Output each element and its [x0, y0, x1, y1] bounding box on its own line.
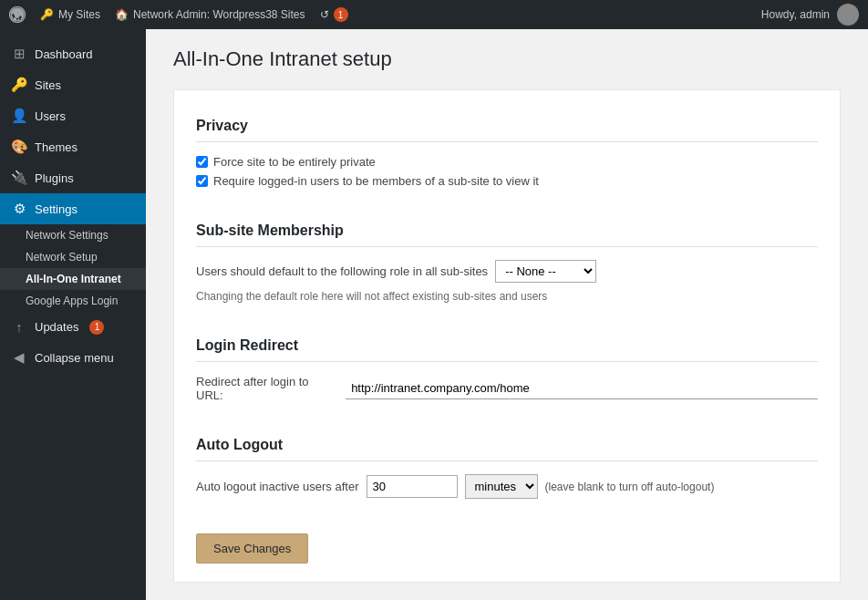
auto-logout-section: Auto Logout Auto logout inactive users a… — [196, 428, 818, 499]
privacy-checkbox-1-row[interactable]: Force site to be entirely private — [196, 155, 818, 169]
sidebar-item-themes[interactable]: 🎨 Themes — [0, 131, 146, 162]
sidebar-collapse-menu[interactable]: ◀ Collapse menu — [0, 342, 146, 373]
auto-logout-title: Auto Logout — [196, 428, 818, 461]
my-sites-menu[interactable]: 🔑 My Sites — [40, 8, 100, 21]
sidebar-item-updates[interactable]: ↑ Updates 1 — [0, 312, 146, 342]
sidebar-sub-network-setup[interactable]: Network Setup — [0, 246, 146, 268]
save-changes-button[interactable]: Save Changes — [196, 533, 308, 564]
network-admin-label: Network Admin: Wordpress38 Sites — [133, 8, 305, 21]
sites-icon: 🔑 — [11, 77, 27, 93]
privacy-checkbox-2-row[interactable]: Require logged-in users to be members of… — [196, 174, 818, 188]
sidebar-item-label: Collapse menu — [35, 351, 114, 365]
collapse-icon: ◀ — [11, 349, 27, 366]
subsite-role-label: Users should default to the following ro… — [196, 264, 488, 278]
settings-icon: ⚙ — [11, 201, 27, 217]
sidebar-item-users[interactable]: 👤 Users — [0, 100, 146, 131]
network-admin-icon: 🏠 — [115, 8, 129, 21]
sidebar-item-label: Users — [35, 109, 66, 123]
subsite-role-row: Users should default to the following ro… — [196, 260, 818, 283]
network-admin-link[interactable]: 🏠 Network Admin: Wordpress38 Sites — [115, 8, 305, 21]
sidebar-item-plugins[interactable]: 🔌 Plugins — [0, 162, 146, 193]
sidebar-sub-google-apps[interactable]: Google Apps Login — [0, 290, 146, 312]
privacy-checkbox-1[interactable] — [196, 156, 208, 168]
subsite-title: Sub-site Membership — [196, 213, 818, 247]
privacy-title: Privacy — [196, 109, 818, 142]
content-box: Privacy Force site to be entirely privat… — [173, 89, 841, 583]
sidebar-item-label: Sites — [35, 78, 61, 92]
main-content: All-In-One Intranet setup Privacy Force … — [146, 29, 868, 600]
plugins-icon: 🔌 — [11, 170, 27, 186]
auto-logout-note: (leave blank to turn off auto-logout) — [545, 481, 715, 493]
themes-icon: 🎨 — [11, 139, 27, 155]
sidebar: ⊞ Dashboard 🔑 Sites 👤 Users 🎨 Themes 🔌 P… — [0, 29, 146, 600]
auto-logout-minutes-input[interactable] — [367, 475, 458, 498]
updates-icon: ↺ — [320, 8, 329, 21]
sidebar-sub-all-in-one[interactable]: All-In-One Intranet — [0, 268, 146, 290]
settings-submenu: Network Settings Network Setup All-In-On… — [0, 224, 146, 312]
avatar[interactable] — [837, 4, 859, 26]
privacy-checkbox-1-label: Force site to be entirely private — [213, 155, 376, 169]
top-bar: 🔑 My Sites 🏠 Network Admin: Wordpress38 … — [0, 0, 868, 29]
privacy-section: Privacy Force site to be entirely privat… — [196, 109, 818, 188]
howdy-text: Howdy, admin — [761, 8, 830, 21]
sidebar-item-label: Dashboard — [35, 47, 93, 61]
updates-sidebar-badge: 1 — [89, 320, 104, 335]
updates-sidebar-icon: ↑ — [11, 319, 27, 335]
users-icon: 👤 — [11, 108, 27, 124]
login-redirect-row: Redirect after login to URL: — [196, 375, 818, 402]
top-bar-right: Howdy, admin — [761, 4, 859, 26]
auto-logout-unit-select[interactable]: minutes hours — [465, 474, 538, 499]
auto-logout-label-before: Auto logout inactive users after — [196, 480, 359, 493]
sidebar-item-label: Themes — [35, 140, 78, 154]
login-redirect-section: Login Redirect Redirect after login to U… — [196, 328, 818, 402]
subsite-role-select[interactable]: -- None -- Subscriber Editor Author Admi… — [495, 260, 596, 283]
my-sites-icon: 🔑 — [40, 8, 54, 21]
sidebar-sub-network-settings[interactable]: Network Settings — [0, 224, 146, 246]
dashboard-icon: ⊞ — [11, 46, 27, 62]
my-sites-label: My Sites — [58, 8, 100, 21]
sidebar-item-dashboard[interactable]: ⊞ Dashboard — [0, 38, 146, 69]
updates-count: 1 — [334, 7, 348, 22]
privacy-checkbox-2[interactable] — [196, 175, 208, 187]
auto-logout-row: Auto logout inactive users after minutes… — [196, 474, 818, 499]
sidebar-item-sites[interactable]: 🔑 Sites — [0, 69, 146, 100]
subsite-section: Sub-site Membership Users should default… — [196, 213, 818, 303]
updates-link[interactable]: ↺ 1 — [320, 7, 348, 22]
login-redirect-title: Login Redirect — [196, 328, 818, 362]
sidebar-item-label: Plugins — [35, 171, 74, 185]
login-redirect-url-input[interactable] — [346, 378, 818, 399]
wp-logo[interactable] — [9, 6, 26, 23]
page-title: All-In-One Intranet setup — [173, 47, 841, 71]
subsite-note: Changing the default role here will not … — [196, 290, 818, 303]
sidebar-item-settings[interactable]: ⚙ Settings — [0, 193, 146, 224]
sidebar-item-label: Settings — [35, 202, 78, 216]
privacy-checkbox-2-label: Require logged-in users to be members of… — [213, 174, 539, 188]
sidebar-item-label: Updates — [35, 320, 78, 334]
login-redirect-label: Redirect after login to URL: — [196, 375, 338, 402]
